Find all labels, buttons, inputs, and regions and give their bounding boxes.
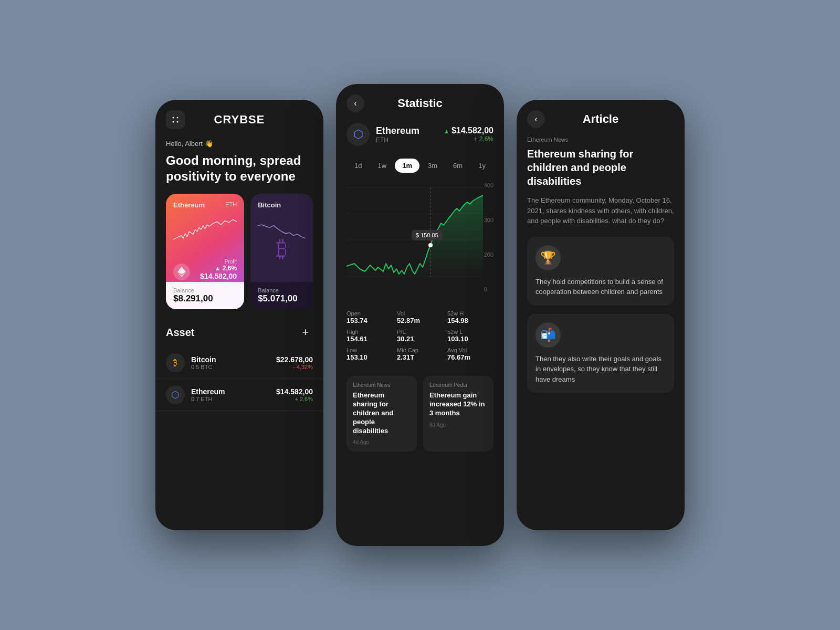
stat-low: Low 153.10 xyxy=(346,347,393,361)
news-card-2[interactable]: Ethereum Pedia Ethereum gain increased 1… xyxy=(423,376,494,452)
btc-large-icon: ₿ xyxy=(276,236,288,262)
btc-balance: Balance $5.071,00 xyxy=(250,282,313,309)
phone-3: ‹ Article Ethereum News Ethereum sharing… xyxy=(517,100,685,530)
stat-vol: Vol 52.87m xyxy=(397,310,443,324)
bitcoin-info: Bitcoin 0.5 BTC xyxy=(191,355,276,370)
article-headline: Ethereum sharing for children and people… xyxy=(517,147,685,195)
news-grid: Ethereum News Ethereum sharing for child… xyxy=(336,369,504,462)
article-back-button[interactable]: ‹ xyxy=(527,110,545,128)
btc-card-label: Bitcoin xyxy=(258,201,281,209)
chart-y-labels: 400 300 200 0 xyxy=(484,182,494,292)
eth-balance-label: Balance xyxy=(173,287,237,293)
coin-details: Ethereum ETH xyxy=(376,125,419,144)
svg-point-12 xyxy=(428,243,433,247)
period-3m[interactable]: 3m xyxy=(421,159,445,173)
asset-ethereum[interactable]: ⬡ Ethereum 0.7 ETH $14.582,00 + 2,6% xyxy=(155,379,323,411)
btc-balance-val: $5.071,00 xyxy=(258,293,306,304)
article-title: Article xyxy=(551,112,650,126)
news-source-2: Ethereum Pedia xyxy=(429,382,487,388)
phone2-header: ‹ Statistic xyxy=(336,84,504,118)
eth-icon xyxy=(173,264,190,280)
add-asset-button[interactable]: + xyxy=(298,325,313,340)
article-card-1: 🏆 They hold competitions to build a sens… xyxy=(527,237,674,306)
menu-button[interactable] xyxy=(166,110,185,129)
profit-val: $14.582,00 xyxy=(200,272,237,280)
article-card-text-2: Then they also write their goals and goa… xyxy=(536,354,666,385)
coin-ticker: ETH xyxy=(376,136,419,144)
news-source-1: Ethereum News xyxy=(353,382,411,388)
ethereum-values: $14.582,00 + 2,6% xyxy=(276,387,313,402)
coin-change: + 2,6% xyxy=(444,135,494,143)
bitcoin-sub: 0.5 BTC xyxy=(191,364,276,370)
article-desc: The Ethereum community, Monday, October … xyxy=(517,195,685,237)
period-1y[interactable]: 1y xyxy=(471,159,493,173)
coin-icon: ⬡ xyxy=(346,123,370,146)
ethereum-icon: ⬡ xyxy=(166,385,185,404)
period-1w[interactable]: 1w xyxy=(371,159,394,173)
stat-pe: P/E 30.21 xyxy=(397,329,443,343)
stat-52wl: 52w L 103.10 xyxy=(447,329,494,343)
period-1m[interactable]: 1m xyxy=(395,159,419,173)
svg-point-1 xyxy=(177,117,178,119)
bitcoin-price: $22.678,00 xyxy=(276,355,313,364)
statistic-title: Statistic xyxy=(371,97,469,110)
btc-card[interactable]: Bitcoin ₿ Balance $5.071,00 xyxy=(250,194,313,309)
eth-card-ticker: ETH xyxy=(225,201,237,207)
btc-balance-label: Balance xyxy=(258,287,306,293)
bitcoin-name: Bitcoin xyxy=(191,355,276,364)
bitcoin-icon: ₿ xyxy=(166,353,185,372)
news-title-1: Ethereum sharing for children and people… xyxy=(353,391,411,435)
period-6m[interactable]: 6m xyxy=(446,159,470,173)
stat-mktcap: Mkt Cap 2.31T xyxy=(397,347,443,361)
phone3-header: ‹ Article xyxy=(517,100,685,136)
news-time-2: 6d Ago xyxy=(429,422,487,428)
coin-name: Ethereum xyxy=(376,125,419,136)
profit-label: Profit xyxy=(200,259,237,265)
stat-avgvol: Avg Vol 76.67m xyxy=(447,347,494,361)
coin-price: ▲ $14.582,00 xyxy=(444,126,494,135)
app-logo: CRYBSE xyxy=(214,113,265,127)
period-1d[interactable]: 1d xyxy=(347,159,369,173)
eth-balance: Balance $8.291,00 xyxy=(166,282,244,309)
trophy-icon: 🏆 xyxy=(536,245,561,270)
coin-row: ⬡ Ethereum ETH ▲ $14.582,00 + 2,6% xyxy=(336,118,504,154)
price-chart: $ 150.05 400 300 200 0 xyxy=(336,177,504,303)
article-source: Ethereum News xyxy=(517,136,685,147)
ethereum-info: Ethereum 0.7 ETH xyxy=(191,387,276,402)
article-card-text-1: They hold competitions to build a sense … xyxy=(536,277,666,297)
ethereum-name: Ethereum xyxy=(191,387,276,396)
stat-high: High 154.61 xyxy=(346,329,393,343)
stat-52wh: 52w H 154.98 xyxy=(447,310,494,324)
stats-grid: Open 153.74 Vol 52.87m 52w H 154.98 High… xyxy=(336,303,504,369)
eth-profit: Profit ▲ 2,6% $14.582,00 xyxy=(200,259,237,280)
article-card-2: 📬 Then they also write their goals and g… xyxy=(527,314,674,393)
coin-info: ⬡ Ethereum ETH xyxy=(346,123,419,146)
ethereum-price: $14.582,00 xyxy=(276,387,313,396)
news-card-1[interactable]: Ethereum News Ethereum sharing for child… xyxy=(346,376,417,452)
ethereum-sub: 0.7 ETH xyxy=(191,396,276,402)
eth-mini-chart xyxy=(173,213,237,250)
svg-point-3 xyxy=(177,121,178,123)
greeting-text: Hello, Albert 👋 xyxy=(155,134,323,151)
news-time-1: 4d Ago xyxy=(353,439,411,445)
chart-tooltip: $ 150.05 xyxy=(412,230,443,240)
bitcoin-values: $22.678,00 - 4,32% xyxy=(276,355,313,370)
eth-card-label: Ethereum xyxy=(173,201,205,209)
stat-open: Open 153.74 xyxy=(346,310,393,324)
eth-balance-val: $8.291,00 xyxy=(173,293,237,304)
svg-point-0 xyxy=(173,117,174,119)
asset-header: Asset + xyxy=(155,320,323,347)
profit-pct: ▲ 2,6% xyxy=(200,265,237,272)
morning-text: Good morning, spread positivity to every… xyxy=(155,151,323,194)
phone1-header: CRYBSE xyxy=(155,100,323,134)
asset-bitcoin[interactable]: ₿ Bitcoin 0.5 BTC $22.678,00 - 4,32% xyxy=(155,347,323,379)
news-title-2: Ethereum gain increased 12% in 3 months xyxy=(429,391,487,418)
back-button[interactable]: ‹ xyxy=(346,94,364,112)
period-tabs: 1d 1w 1m 3m 6m 1y xyxy=(336,154,504,177)
ethereum-change: + 2,6% xyxy=(276,396,313,402)
phones-container: CRYBSE Hello, Albert 👋 Good morning, spr… xyxy=(134,52,706,578)
coin-price-section: ▲ $14.582,00 + 2,6% xyxy=(444,126,494,143)
eth-card[interactable]: Ethereum ETH Profit ▲ 2,6% xyxy=(166,194,244,309)
bitcoin-change: - 4,32% xyxy=(276,364,313,370)
phone-2: ‹ Statistic ⬡ Ethereum ETH ▲ $14.582,00 … xyxy=(336,84,504,546)
